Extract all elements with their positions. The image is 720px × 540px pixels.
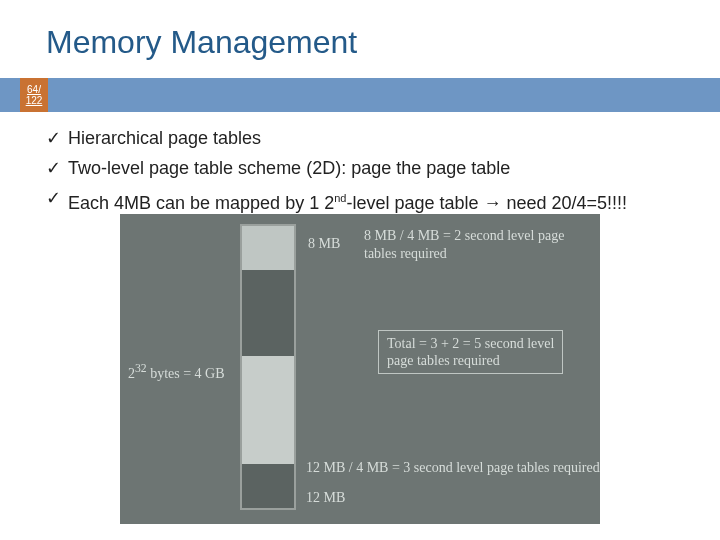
checkmark-icon: ✓ [46, 124, 68, 152]
slide-number-badge: 64/ 122 [20, 78, 48, 112]
slide-number-total: 122 [26, 95, 43, 106]
bullet-item: ✓ Two-level page table scheme (2D): page… [46, 154, 710, 182]
memory-seg-mid [242, 356, 294, 464]
total-box-l2: page tables required [387, 352, 554, 369]
bullet-text: Hierarchical page tables [68, 124, 261, 152]
memory-seg-bot [242, 464, 294, 508]
bullet-superscript: nd [334, 192, 346, 204]
label-part: 2 [128, 366, 135, 381]
total-box: Total = 3 + 2 = 5 second level page tabl… [378, 330, 563, 374]
slide: Memory Management 64/ 122 ✓ Hierarchical… [0, 0, 720, 540]
bullet-text-part: -level page table [346, 193, 483, 213]
top-equation-l2: tables required [364, 246, 447, 262]
top-equation-l1: 8 MB / 4 MB = 2 second level page [364, 228, 564, 244]
memory-seg-top [242, 226, 294, 270]
slide-number-current: 64/ [27, 84, 41, 95]
label-superscript: 32 [135, 362, 147, 375]
bullet-list: ✓ Hierarchical page tables ✓ Two-level p… [46, 124, 710, 219]
top-size-label: 8 MB [308, 236, 340, 252]
slide-title: Memory Management [46, 24, 357, 61]
total-box-l1: Total = 3 + 2 = 5 second level [387, 335, 554, 352]
bullet-item: ✓ Each 4MB can be mapped by 1 2nd-level … [46, 184, 710, 217]
bullet-item: ✓ Hierarchical page tables [46, 124, 710, 152]
bullet-text: Each 4MB can be mapped by 1 2nd-level pa… [68, 184, 627, 217]
checkmark-icon: ✓ [46, 154, 68, 182]
bottom-equation: 12 MB / 4 MB = 3 second level page table… [306, 460, 600, 476]
bullet-text-part: need 20/4=5!!!! [502, 193, 628, 213]
bullet-text: Two-level page table scheme (2D): page t… [68, 154, 510, 182]
arrow-icon: → [484, 193, 502, 213]
diagram-image: 232 bytes = 4 GB 8 MB 8 MB / 4 MB = 2 se… [120, 214, 600, 524]
bullet-text-part: Each 4MB can be mapped by 1 2 [68, 193, 334, 213]
bottom-size-label: 12 MB [306, 490, 345, 506]
left-size-label: 232 bytes = 4 GB [128, 362, 225, 382]
checkmark-icon: ✓ [46, 184, 68, 212]
memory-column [240, 224, 296, 510]
memory-seg-gap1 [242, 270, 294, 356]
header-bar [0, 78, 720, 112]
label-part: bytes = 4 GB [147, 366, 225, 381]
